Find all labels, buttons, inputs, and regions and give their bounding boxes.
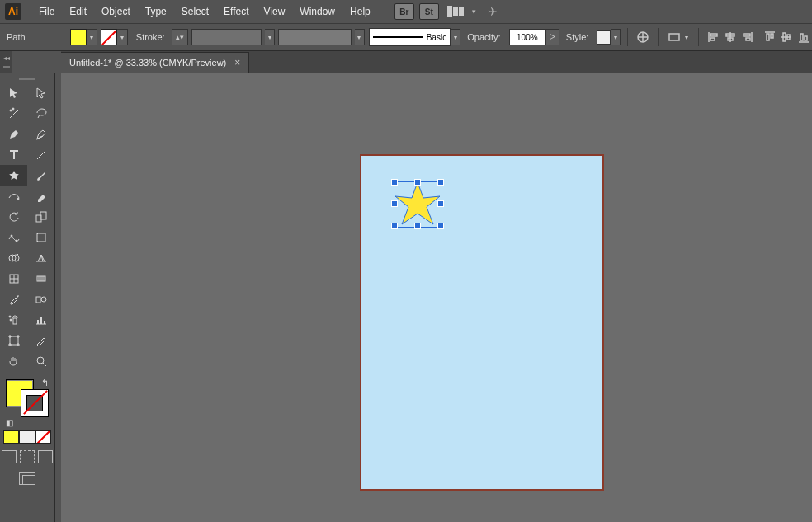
variable-width-chevron-icon[interactable]: ▾	[265, 29, 275, 45]
brush-preview[interactable]: Basic	[369, 28, 451, 46]
mesh-tool[interactable]	[0, 268, 27, 289]
menu-help[interactable]: Help	[342, 0, 378, 23]
align-vcenter-button[interactable]	[778, 28, 795, 46]
stroke-weight-stepper[interactable]: ▴▾	[172, 29, 188, 45]
selection-handle-w[interactable]	[391, 200, 398, 207]
color-mode-row	[3, 430, 51, 444]
menu-file[interactable]: File	[31, 0, 62, 23]
menu-edit[interactable]: Edit	[62, 0, 94, 23]
stroke-indicator[interactable]	[21, 389, 49, 417]
brush-preview-chevron-icon[interactable]: ▾	[451, 29, 460, 45]
free-transform-tool[interactable]	[27, 227, 54, 247]
selection-handle-e[interactable]	[437, 200, 444, 207]
eyedropper-tool[interactable]	[0, 289, 27, 309]
align-hcenter-button[interactable]	[722, 28, 739, 46]
svg-rect-33	[44, 321, 45, 324]
menu-select[interactable]: Select	[174, 0, 216, 23]
menu-type[interactable]: Type	[138, 0, 174, 23]
shape-builder-tool[interactable]	[0, 247, 27, 268]
fill-swatch[interactable]: ▾	[70, 29, 97, 45]
menu-effect[interactable]: Effect	[216, 0, 256, 23]
hand-tool[interactable]	[0, 350, 27, 371]
swap-fill-stroke-icon[interactable]: ↰	[41, 378, 49, 388]
pen-tool[interactable]	[0, 124, 27, 144]
lasso-tool[interactable]	[27, 103, 54, 124]
opacity-chevron-icon[interactable]: ᐳ	[545, 29, 559, 45]
stroke-swatch[interactable]: ▾	[101, 29, 128, 45]
selection-handle-n[interactable]	[414, 179, 421, 186]
bridge-button[interactable]: Br	[394, 3, 414, 20]
stroke-label: Stroke:	[136, 32, 165, 42]
svg-rect-7	[746, 38, 750, 40]
tab-close-button[interactable]: ×	[234, 57, 240, 68]
screen-mode-button[interactable]	[19, 472, 35, 485]
stock-button[interactable]: St	[419, 3, 439, 20]
align-top-button[interactable]	[762, 28, 778, 46]
svg-point-16	[17, 198, 19, 200]
selection-handle-se[interactable]	[437, 223, 444, 229]
slice-tool[interactable]	[27, 330, 54, 350]
gpu-performance-icon[interactable]: ✈	[488, 5, 498, 18]
perspective-grid-tool[interactable]	[27, 247, 54, 268]
rotate-tool[interactable]	[0, 206, 27, 227]
color-mode-gradient[interactable]	[19, 430, 35, 444]
recolor-artwork-button[interactable]	[635, 28, 651, 46]
opacity-label: Opacity:	[467, 32, 500, 42]
stroke-dropdown-icon[interactable]: ▾	[117, 29, 128, 45]
opacity-input[interactable]: 100%	[509, 29, 545, 45]
document-tab[interactable]: Untitled-1* @ 33.33% (CMYK/Preview) ×	[61, 52, 249, 73]
brush-definition-dropdown[interactable]	[278, 29, 352, 45]
curvature-tool[interactable]	[27, 124, 54, 144]
artboard-tool[interactable]	[0, 330, 27, 350]
align-right-button[interactable]	[739, 28, 755, 46]
star-tool[interactable]	[0, 165, 27, 186]
eraser-tool[interactable]	[27, 186, 54, 206]
menu-window[interactable]: Window	[292, 0, 342, 23]
selection-bounding-box[interactable]	[394, 181, 441, 228]
artboard[interactable]	[360, 154, 604, 491]
zoom-tool[interactable]	[27, 350, 54, 371]
scale-tool[interactable]	[27, 206, 54, 227]
align-left-button[interactable]	[706, 28, 722, 46]
color-mode-color[interactable]	[3, 430, 19, 444]
panel-collapse-handle[interactable]: ◂◂	[0, 50, 12, 73]
selection-handle-ne[interactable]	[437, 179, 444, 186]
magic-wand-tool[interactable]	[0, 103, 27, 124]
selection-tool[interactable]	[0, 82, 27, 103]
fill-stroke-indicator[interactable]: ↰ ◧	[6, 379, 49, 417]
draw-inside-button[interactable]	[38, 450, 53, 463]
direct-selection-tool[interactable]	[27, 82, 54, 103]
align-to-chevron-icon[interactable]: ▾	[682, 30, 692, 45]
menu-object[interactable]: Object	[94, 0, 138, 23]
arrange-documents-chevron-icon[interactable]: ▾	[472, 7, 476, 16]
paintbrush-tool[interactable]	[27, 165, 54, 186]
symbol-sprayer-tool[interactable]	[0, 309, 27, 330]
draw-normal-button[interactable]	[2, 450, 17, 463]
shaper-tool[interactable]	[0, 186, 27, 206]
align-to-button[interactable]	[665, 28, 682, 46]
brush-definition-chevron-icon[interactable]: ▾	[355, 29, 365, 45]
fill-dropdown-icon[interactable]: ▾	[87, 29, 97, 45]
selection-handle-sw[interactable]	[391, 223, 398, 229]
blend-tool[interactable]	[27, 289, 54, 309]
tools-panel-grip[interactable]	[0, 76, 54, 82]
canvas[interactable]	[61, 73, 812, 522]
color-mode-none[interactable]	[35, 430, 51, 444]
draw-behind-button[interactable]	[20, 450, 35, 463]
type-tool[interactable]	[0, 144, 27, 165]
column-graph-tool[interactable]	[27, 309, 54, 330]
graphic-style-swatch[interactable]	[597, 30, 611, 45]
star-shape[interactable]	[392, 180, 443, 229]
align-bottom-button[interactable]	[795, 28, 812, 46]
selection-handle-s[interactable]	[414, 223, 421, 229]
arrange-documents-button[interactable]	[447, 5, 469, 18]
selection-handle-nw[interactable]	[391, 179, 398, 186]
width-tool[interactable]	[0, 227, 27, 247]
default-fill-stroke-icon[interactable]: ◧	[6, 418, 13, 427]
variable-width-profile-dropdown[interactable]	[191, 29, 262, 45]
menu-view[interactable]: View	[257, 0, 293, 23]
gradient-tool[interactable]	[27, 268, 54, 289]
line-segment-tool[interactable]	[27, 144, 54, 165]
style-chevron-icon[interactable]: ▾	[611, 29, 621, 45]
tools-panel: ↰ ◧	[0, 73, 55, 522]
